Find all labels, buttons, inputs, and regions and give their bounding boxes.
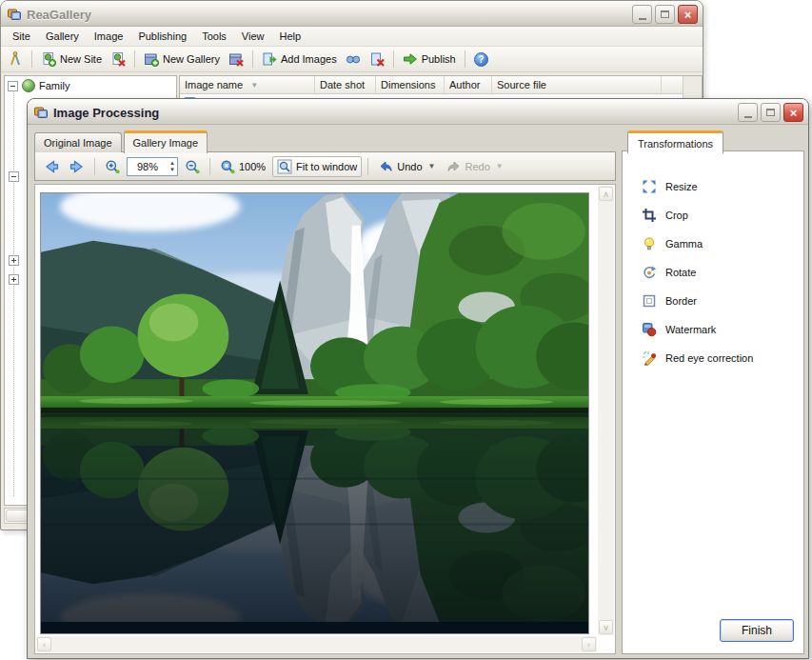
help-icon: ? [474,52,488,67]
dialog-close-button[interactable]: × [783,103,803,122]
next-image-button[interactable] [66,157,89,176]
finish-button[interactable]: Finish [720,619,794,642]
transform-red-eye[interactable]: Red eye correction [623,344,803,372]
add-images-label: Add Images [281,53,337,65]
zoom-100-button[interactable]: 100% [216,157,269,176]
transformations-panel: Resize Crop Gamma Rotate [622,150,804,654]
new-site-icon [41,51,56,67]
column-author[interactable]: Author [445,76,492,93]
new-gallery-button[interactable]: New Gallery [141,50,223,69]
list-header: Image name ▼ Date shot Dimensions Author… [180,76,702,94]
crop-icon [642,208,657,223]
previous-image-button[interactable] [40,157,63,176]
menu-bar: Site Gallery Image Publishing Tools View… [1,27,703,47]
menu-image[interactable]: Image [87,28,131,45]
delete-gallery-button[interactable] [226,50,247,69]
spin-up-icon[interactable]: ▲ [169,160,175,166]
image-tabs: Original Image Gallery Image [34,130,208,152]
delete-site-button[interactable] [108,50,129,69]
transform-rotate[interactable]: Rotate [623,258,803,287]
transform-resize[interactable]: Resize [623,172,803,201]
rotate-icon [642,265,657,280]
tab-original-image[interactable]: Original Image [34,132,122,152]
publish-icon [403,51,418,67]
new-gallery-label: New Gallery [163,53,220,65]
publish-label: Publish [422,53,456,65]
resize-icon [642,179,657,194]
zoom-percent-input[interactable] [128,158,168,175]
expand-expander-icon[interactable] [9,274,19,285]
menu-tools[interactable]: Tools [194,28,234,45]
dialog-body: Original Image Gallery Image ▲ [30,126,805,655]
tab-gallery-image[interactable]: Gallery Image [124,130,208,153]
dialog-icon [33,105,49,120]
desktop: ReaGallery × Site Gallery Image Publishi… [0,0,812,660]
maximize-button[interactable] [655,5,675,24]
collapse-expander-icon[interactable] [8,81,18,91]
menu-view[interactable]: View [234,28,272,45]
undo-button[interactable]: Undo ▼ [374,157,439,176]
zoom-out-icon [185,159,200,174]
fit-to-window-button[interactable]: Fit to window [272,156,362,177]
image-vertical-scrollbar[interactable]: ∧ ∨ [598,186,614,635]
zoom-in-button[interactable] [101,157,124,176]
minimize-button[interactable] [632,5,652,24]
delete-site-icon [110,51,126,67]
add-images-button[interactable]: Add Images [259,50,340,69]
menu-site[interactable]: Site [5,28,38,45]
transform-watermark[interactable]: Watermark [623,315,803,344]
main-toolbar: New Site New Gallery Add Images [1,47,703,72]
expand-expander-icon[interactable] [9,255,19,266]
redo-label: Redo [465,161,490,172]
find-images-button[interactable] [343,50,364,69]
new-site-label: New Site [60,53,102,65]
new-site-button[interactable]: New Site [38,50,105,69]
menu-help[interactable]: Help [272,28,309,45]
undo-dropdown-icon[interactable]: ▼ [428,162,436,170]
column-image-name[interactable]: Image name ▼ [180,76,315,93]
tab-transformations[interactable]: Transformations [627,130,723,154]
tree-item-family[interactable]: Family [5,76,176,92]
delete-image-icon [369,51,385,67]
column-dimensions[interactable]: Dimensions [376,76,445,93]
dialog-toolbar: ▲ ▼ 100% Fit to window [34,151,616,181]
collapse-expander-icon[interactable] [9,171,19,182]
redo-button[interactable]: Redo ▼ [443,157,507,176]
image-horizontal-scrollbar[interactable]: ‹ › [36,636,597,652]
zoom-100-label: 100% [239,161,266,172]
back-arrow-icon [44,159,59,174]
dialog-minimize-button[interactable] [738,103,758,122]
main-titlebar[interactable]: ReaGallery × [1,1,703,27]
column-date-shot[interactable]: Date shot [315,76,376,93]
column-source-file[interactable]: Source file [492,76,662,93]
watermark-icon [642,322,657,337]
scroll-down-icon[interactable]: ∨ [599,620,613,634]
zoom-out-button[interactable] [181,157,204,176]
dialog-titlebar[interactable]: Image Processing × [28,99,808,125]
site-globe-icon [22,79,35,92]
menu-gallery[interactable]: Gallery [38,28,87,45]
dialog-maximize-button[interactable] [761,103,781,122]
sort-desc-icon: ▼ [250,81,258,90]
publish-button[interactable]: Publish [400,50,459,69]
close-button[interactable]: × [678,5,698,24]
scroll-up-icon[interactable]: ∧ [599,187,613,201]
tree-guide-line [13,91,14,496]
scroll-left-icon[interactable]: ‹ [37,637,51,651]
wizard-button[interactable] [5,50,26,69]
scroll-right-icon[interactable]: › [582,637,596,651]
spin-down-icon[interactable]: ▼ [169,167,175,172]
red-eye-icon [642,350,657,366]
help-button[interactable]: ? [471,50,491,69]
transform-border[interactable]: Border [623,287,803,315]
transform-gamma[interactable]: Gamma [623,230,803,258]
spin-buttons: ▲ ▼ [168,158,177,175]
delete-image-button[interactable] [366,50,387,69]
transform-crop[interactable]: Crop [623,201,803,230]
redo-icon [446,159,462,174]
gallery-image-photo[interactable] [40,192,589,634]
tree-item-label: Family [39,80,69,91]
wizard-icon [8,51,23,67]
forward-arrow-icon [69,159,85,174]
menu-publishing[interactable]: Publishing [130,28,194,45]
